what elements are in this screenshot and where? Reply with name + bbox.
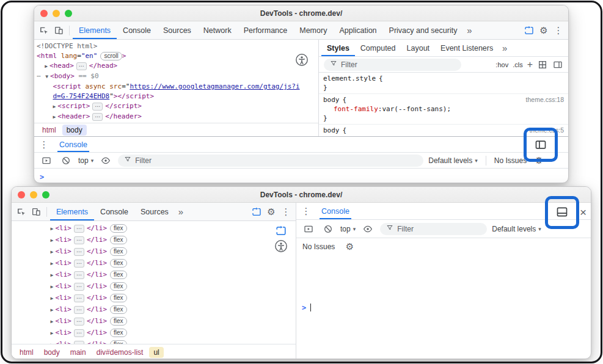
tab-sources[interactable]: Sources [157, 21, 197, 39]
minimize-window-button[interactable] [30, 191, 37, 198]
replay-icon[interactable] [522, 23, 536, 38]
drawer-menu-icon[interactable]: ⋮ [299, 204, 313, 219]
console-filter-input[interactable]: Filter [118, 155, 423, 167]
accessibility-icon[interactable] [295, 53, 309, 67]
collapsed-content-icon[interactable]: ⋯ [74, 271, 84, 279]
eye-icon[interactable] [98, 153, 113, 168]
console-context-selector[interactable]: top ▾ [78, 156, 93, 165]
accessibility-icon[interactable] [274, 239, 288, 253]
replay-icon[interactable] [249, 205, 264, 219]
layout-badge[interactable]: flex [110, 305, 127, 314]
collapsed-content-icon[interactable]: ⋯ [74, 260, 84, 268]
drawer-menu-icon[interactable]: ⋮ [37, 137, 51, 152]
console-context-selector[interactable]: top ▾ [340, 225, 356, 233]
more-tabs-icon[interactable]: » [463, 23, 475, 38]
css-property-value[interactable]: var(--font-sans); [382, 104, 451, 114]
crumb-body[interactable]: body [62, 125, 87, 136]
close-window-button[interactable] [40, 10, 48, 17]
collapsed-content-icon[interactable]: ⋯ [74, 329, 84, 337]
log-levels-dropdown[interactable]: Default levels ▾ [492, 225, 541, 233]
sidebar-toggle-icon[interactable] [552, 57, 563, 72]
clear-console-icon[interactable] [321, 222, 335, 236]
console-sidebar-icon[interactable] [39, 153, 54, 168]
crumb-html[interactable]: html [38, 125, 60, 136]
collapsed-content-icon[interactable]: ⋯ [76, 62, 87, 70]
stab-styles[interactable]: Styles [321, 40, 355, 56]
dock-side-icon[interactable] [534, 138, 547, 151]
console-prompt[interactable]: > [34, 169, 568, 183]
crumb-div-demos-list[interactable]: div#demos-list [92, 347, 148, 358]
settings-gear-icon[interactable]: ⚙ [536, 23, 551, 38]
stab-computed[interactable]: Computed [355, 40, 401, 56]
collapsed-content-icon[interactable]: ⋯ [92, 113, 103, 121]
css-rule-body[interactable]: body { theme.css:18 font-family var(--fo… [319, 95, 568, 123]
layout-badge[interactable]: flex [110, 247, 127, 256]
collapsed-content-icon[interactable]: ⋯ [74, 306, 84, 314]
stylesheet-link[interactable]: theme.css:5 [529, 126, 564, 135]
rule-selector[interactable]: element.style [323, 74, 376, 83]
layout-badge[interactable]: flex [110, 224, 127, 233]
expand-arrow-icon[interactable]: ▼ [45, 74, 50, 79]
tab-privacy-and-security[interactable]: Privacy and security [383, 21, 464, 39]
collapsed-content-icon[interactable]: ⋯ [74, 225, 84, 233]
tab-memory[interactable]: Memory [293, 21, 333, 39]
resource-link[interactable]: https://www.googletagmanager.com/gtag/js… [130, 82, 299, 90]
console-settings-gear-icon[interactable]: ⚙ [532, 153, 546, 168]
replay-icon[interactable] [275, 225, 287, 237]
crumb-html[interactable]: html [15, 347, 38, 358]
zoom-window-button[interactable] [42, 191, 49, 198]
layout-badge[interactable]: scroll [100, 52, 122, 60]
expand-arrow-icon[interactable]: ▶ [45, 64, 49, 69]
log-levels-dropdown[interactable]: Default levels ▾ [428, 156, 478, 165]
eye-icon[interactable] [360, 222, 375, 236]
collapsed-content-icon[interactable]: ⋯ [74, 283, 84, 291]
toggle-element-state-button[interactable]: :hov [495, 61, 508, 68]
console-sidebar-icon[interactable] [301, 222, 316, 236]
node-menu-icon[interactable]: ⋯ [37, 72, 42, 80]
elements-dom-tree[interactable]: <!DOCTYPE html><html lang="en"scroll> ▶<… [34, 40, 318, 123]
css-rule-element-style[interactable]: element.style { } [319, 74, 568, 92]
more-options-icon[interactable]: ⋮ [551, 23, 566, 38]
stylesheet-link[interactable]: theme.css:18 [526, 95, 564, 104]
grid-icon[interactable] [537, 57, 548, 72]
css-property-name[interactable]: font-family [334, 104, 382, 114]
element-classes-button[interactable]: .cls [513, 61, 523, 68]
inspect-icon[interactable] [37, 23, 51, 38]
tab-console[interactable]: Console [94, 203, 134, 220]
rule-selector[interactable]: body [323, 126, 340, 135]
settings-gear-icon[interactable]: ⚙ [264, 205, 279, 219]
crumb-main[interactable]: main [66, 347, 90, 358]
styles-more-tabs-icon[interactable]: » [499, 41, 511, 56]
clear-console-icon[interactable] [59, 153, 73, 168]
rule-selector[interactable]: body [323, 95, 340, 104]
close-window-button[interactable] [18, 191, 25, 198]
collapsed-content-icon[interactable]: ⋯ [74, 318, 84, 326]
issues-counter[interactable]: No Issues [302, 242, 335, 251]
new-style-rule-button[interactable]: + [527, 60, 533, 70]
console-settings-gear-icon[interactable]: ⚙ [342, 239, 357, 254]
more-tabs-icon[interactable]: » [175, 205, 187, 219]
layout-badge[interactable]: flex [110, 259, 127, 268]
tab-sources[interactable]: Sources [134, 203, 175, 220]
layout-badge[interactable]: flex [110, 340, 127, 344]
device-toolbar-icon[interactable] [29, 205, 43, 219]
layout-badge[interactable]: flex [110, 282, 127, 291]
collapsed-content-icon[interactable]: ⋯ [74, 248, 84, 256]
tab-console[interactable]: Console [320, 203, 351, 219]
tab-performance[interactable]: Performance [238, 21, 294, 39]
styles-filter-input[interactable]: Filter [324, 59, 461, 71]
titlebar[interactable]: DevTools - chrome.dev/ [12, 187, 591, 203]
crumb-ul[interactable]: ul [149, 347, 163, 358]
layout-badge[interactable]: flex [110, 236, 127, 244]
stab-layout[interactable]: Layout [401, 40, 436, 56]
collapsed-content-icon[interactable]: ⋯ [74, 341, 84, 344]
collapsed-content-icon[interactable]: ⋯ [74, 236, 84, 244]
device-toolbar-icon[interactable] [51, 23, 66, 38]
elements-dom-tree[interactable]: ▶<li>⋯</li>flex ▶<li>⋯</li>flex ▶<li>⋯</… [12, 221, 296, 344]
tab-console[interactable]: Console [117, 21, 157, 39]
collapsed-content-icon[interactable]: ⋯ [92, 103, 103, 111]
console-filter-input[interactable]: Filter [380, 223, 487, 235]
console-prompt[interactable]: > [296, 255, 591, 359]
more-options-icon[interactable]: ⋮ [279, 205, 293, 219]
close-devtools-icon[interactable]: × [580, 206, 587, 219]
